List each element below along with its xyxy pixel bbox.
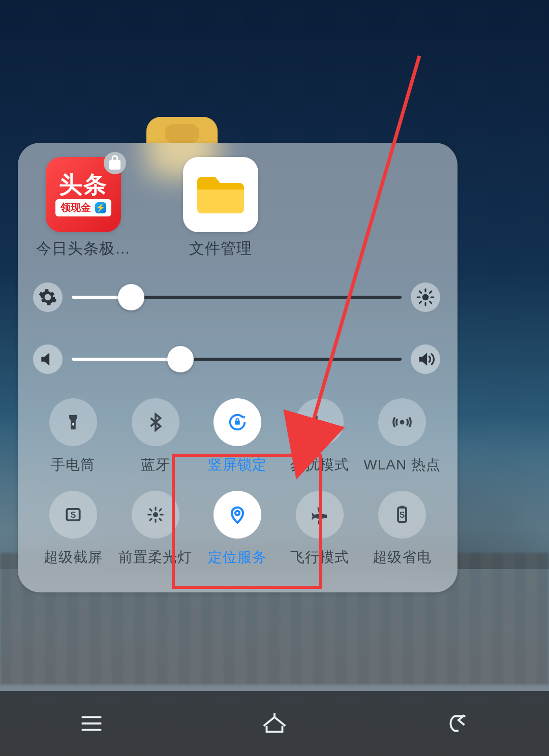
- annotation-arrow: [0, 0, 549, 756]
- svg-line-27: [310, 56, 419, 432]
